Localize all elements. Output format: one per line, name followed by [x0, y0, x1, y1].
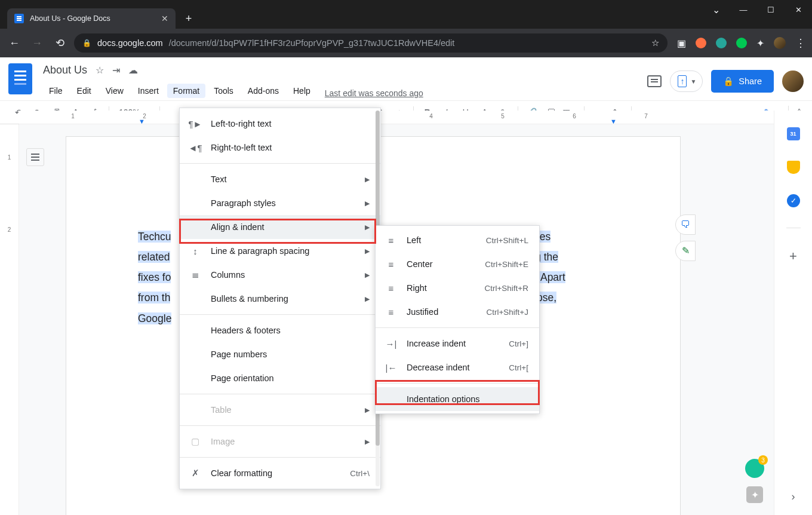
format-menu-item[interactable]: Text▶ [180, 167, 380, 191]
align-menu-item[interactable]: ≡RightCtrl+Shift+R [376, 276, 539, 300]
star-icon[interactable]: ☆ [96, 65, 104, 76]
align-indent-submenu: ≡LeftCtrl+Shift+L≡CenterCtrl+Shift+E≡Rig… [375, 225, 540, 414]
align-menu-item[interactable]: ≡LeftCtrl+Shift+L [376, 228, 539, 252]
submenu-arrow-icon: ▶ [365, 438, 370, 446]
menu-addons[interactable]: Add-ons [242, 84, 285, 98]
format-menu-item[interactable]: ¶►Left-to-right text [180, 112, 380, 136]
menu-item-label: Line & paragraph spacing [211, 246, 337, 256]
menu-item-icon: →| [385, 339, 397, 349]
format-menu-item[interactable]: ≣Columns▶ [180, 263, 380, 287]
profile-avatar-icon[interactable] [774, 37, 786, 49]
format-menu-item[interactable]: Headers & footers [180, 318, 380, 342]
align-menu-item[interactable]: Indentation options [376, 387, 539, 411]
align-menu-item[interactable]: |←Decrease indentCtrl+[ [376, 355, 539, 379]
menu-item-icon: ≡ [385, 307, 397, 317]
keep-icon[interactable] [787, 161, 800, 174]
tasks-icon[interactable] [787, 194, 800, 207]
align-menu-item[interactable]: ≡JustifiedCtrl+Shift+J [376, 300, 539, 324]
menu-shortcut: Ctrl+Shift+R [484, 284, 528, 293]
menu-item-label: Right [407, 283, 457, 293]
ruler-tick: 7 [644, 113, 648, 119]
menu-view[interactable]: View [100, 84, 130, 98]
lock-icon: 🔒 [723, 76, 734, 87]
last-edit-link[interactable]: Last edit was seconds ago [325, 88, 423, 98]
window-minimize-icon[interactable]: — [730, 0, 757, 19]
menu-file[interactable]: File [43, 84, 69, 98]
cast-icon[interactable]: ▣ [677, 38, 686, 49]
window-maximize-icon[interactable]: ☐ [757, 0, 785, 19]
format-menu-item[interactable]: ✗Clear formattingCtrl+\ [180, 461, 380, 485]
menu-tools[interactable]: Tools [208, 84, 239, 98]
browser-toolbar: ← → ⟲ 🔒 docs.google.com/document/d/1bqPW… [0, 29, 812, 57]
url-host: docs.google.com [97, 38, 163, 48]
menu-edit[interactable]: Edit [71, 84, 97, 98]
back-button[interactable]: ← [6, 35, 23, 51]
format-menu-item[interactable]: Page numbers [180, 342, 380, 366]
window-close-icon[interactable]: ✕ [785, 0, 812, 19]
account-avatar[interactable] [782, 70, 804, 92]
menu-item-icon: ↕ [189, 246, 201, 256]
new-tab-button[interactable]: + [180, 10, 197, 27]
browser-tab[interactable]: About Us - Google Docs ✕ [7, 8, 176, 29]
align-menu-item[interactable]: →|Increase indentCtrl+] [376, 332, 539, 355]
menu-insert[interactable]: Insert [132, 84, 165, 98]
format-menu-item[interactable]: Align & indent▶ [180, 215, 380, 239]
reload-button[interactable]: ⟲ [51, 35, 68, 51]
bookmark-star-icon[interactable]: ☆ [651, 38, 659, 48]
extension-icons: ▣ ✦ ⋮ [677, 36, 806, 50]
ruler-tick: 1 [71, 113, 75, 119]
menu-help[interactable]: Help [287, 84, 316, 98]
extension-icon[interactable] [716, 38, 727, 48]
extensions-puzzle-icon[interactable]: ✦ [756, 38, 764, 49]
extension-icon[interactable] [736, 38, 747, 48]
extension-icon[interactable] [696, 38, 706, 48]
submenu-arrow-icon: ▶ [365, 200, 370, 207]
menu-format[interactable]: Format [167, 84, 205, 98]
add-comment-button[interactable]: 🗨 [675, 214, 696, 235]
address-bar[interactable]: 🔒 docs.google.com/document/d/1bqPW7lF1fH… [74, 33, 668, 53]
tab-search-icon[interactable]: ⌄ [702, 0, 730, 19]
grammarly-icon[interactable] [745, 459, 764, 478]
menu-item-icon: ✗ [189, 468, 201, 479]
vertical-ruler: 12 [0, 124, 19, 515]
document-title[interactable]: About Us [43, 64, 87, 76]
docs-logo-icon[interactable] [8, 63, 32, 94]
align-menu-item[interactable]: ≡CenterCtrl+Shift+E [376, 252, 539, 276]
menu-shortcut: Ctrl+Shift+E [485, 260, 528, 269]
format-menu-item[interactable]: ◄¶Right-to-left text [180, 136, 380, 160]
hide-sidepanel-icon[interactable]: › [792, 491, 795, 503]
format-menu-item: Table▶ [180, 398, 380, 422]
explore-button[interactable]: ✦ [746, 486, 763, 503]
format-menu: ¶►Left-to-right text◄¶Right-to-left text… [179, 108, 381, 489]
indent-marker-icon[interactable]: ▼ [610, 118, 617, 125]
tab-title: About Us - Google Docs [30, 14, 110, 23]
suggest-edits-button[interactable]: ✎ [675, 241, 696, 261]
side-panel: + › [774, 111, 812, 515]
format-menu-item[interactable]: Bullets & numbering▶ [180, 287, 380, 311]
submenu-arrow-icon: ▶ [365, 223, 370, 231]
submenu-arrow-icon: ▶ [365, 406, 370, 414]
outline-toggle-button[interactable] [26, 148, 44, 166]
indent-marker-icon[interactable]: ▼ [139, 118, 145, 125]
menu-item-icon: ▢ [189, 436, 201, 447]
doc-text: related [138, 251, 170, 263]
menu-item-label: Table [211, 405, 337, 415]
ruler-tick: 6 [573, 113, 576, 119]
move-icon[interactable]: ⇥ [112, 65, 120, 76]
menu-item-icon: ≡ [385, 259, 397, 269]
tab-close-icon[interactable]: ✕ [161, 14, 168, 23]
calendar-icon[interactable] [787, 127, 800, 140]
menu-shortcut: Ctrl+Shift+J [486, 308, 528, 317]
forward-button: → [29, 35, 45, 51]
browser-menu-icon[interactable]: ⋮ [795, 36, 806, 50]
format-menu-item[interactable]: Paragraph styles▶ [180, 191, 380, 215]
format-menu-item[interactable]: Page orientation [180, 366, 380, 390]
cloud-status-icon[interactable]: ☁ [128, 65, 138, 76]
present-button[interactable]: ↑ ▼ [670, 70, 703, 92]
menu-item-label: Text [211, 174, 337, 184]
comments-icon[interactable] [647, 75, 662, 87]
format-menu-item: ▢Image▶ [180, 430, 380, 453]
share-button[interactable]: 🔒 Share [711, 70, 774, 93]
format-menu-item[interactable]: ↕Line & paragraph spacing▶ [180, 239, 380, 263]
add-addon-icon[interactable]: + [789, 249, 797, 264]
